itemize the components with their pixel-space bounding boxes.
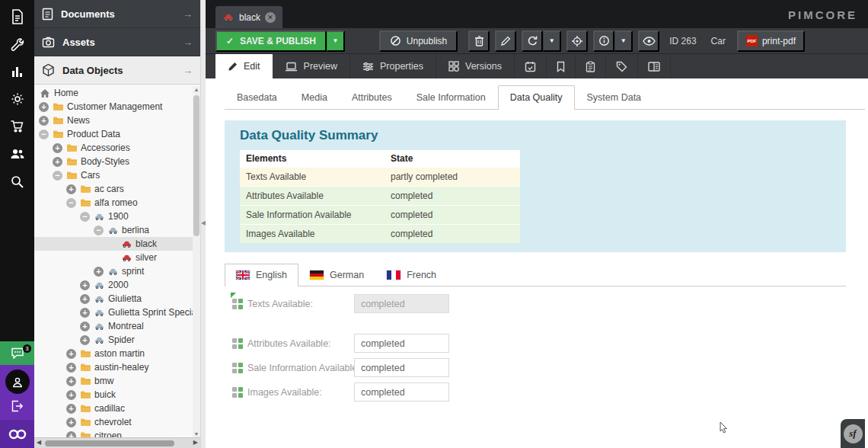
scroll-up-icon[interactable]: ▲ [193, 87, 200, 92]
tab-properties[interactable]: Properties [350, 54, 436, 78]
expand-icon[interactable]: + [53, 143, 62, 153]
scrollbar-thumb[interactable] [193, 95, 199, 236]
tab-bookmark[interactable] [547, 54, 576, 78]
expand-icon[interactable]: + [66, 390, 76, 400]
tree-item[interactable]: +citroen [34, 429, 200, 437]
tree-item[interactable]: −alfa romeo [34, 196, 200, 210]
tab-basedata[interactable]: Basedata [225, 85, 289, 109]
locate-in-tree-button[interactable] [566, 30, 588, 52]
collapse-icon[interactable]: − [66, 198, 76, 208]
tab-scheduler[interactable] [515, 54, 547, 78]
wrench-icon[interactable] [0, 30, 34, 58]
expand-icon[interactable]: + [53, 157, 62, 167]
language-tab-french[interactable]: French [375, 264, 448, 286]
tree-item[interactable]: +ac cars [34, 182, 200, 196]
scroll-right-icon[interactable]: ▶ [193, 439, 198, 446]
tab-edit[interactable]: Edit [215, 54, 273, 78]
tree-item[interactable]: −Product Data [34, 127, 200, 141]
tab-data-quality[interactable]: Data Quality [498, 85, 575, 110]
tree-item[interactable]: black [34, 237, 200, 251]
tree-item[interactable]: +News [34, 114, 200, 127]
tree-item[interactable]: +Accessories [34, 141, 200, 155]
tree-item[interactable]: +austin-healey [34, 360, 200, 374]
save-options-dropdown[interactable]: ▼ [327, 30, 345, 52]
expand-icon[interactable]: + [39, 102, 49, 112]
reload-button[interactable] [522, 30, 543, 52]
field-value-input[interactable] [354, 334, 449, 353]
logout-icon[interactable] [11, 400, 24, 415]
tree-item[interactable]: +Spider [34, 333, 200, 347]
collapse-icon[interactable]: − [94, 226, 104, 235]
scrollbar-thumb[interactable] [45, 440, 174, 446]
expand-icon[interactable]: + [66, 431, 76, 438]
expand-icon[interactable]: + [66, 349, 76, 359]
accordion-assets[interactable]: Assets → [34, 28, 200, 56]
print-pdf-button[interactable]: PDF print-pdf [737, 30, 805, 52]
tree-item[interactable]: −1900 [34, 210, 200, 223]
tree-item[interactable]: −berlina [34, 223, 200, 237]
expand-icon[interactable]: + [66, 404, 76, 414]
tree-item[interactable]: Home [34, 86, 200, 100]
panel-splitter[interactable]: ◀ [200, 0, 206, 448]
expand-icon[interactable]: + [80, 322, 90, 331]
tree-item[interactable]: +Gulietta Sprint Specia [34, 306, 200, 319]
expand-icon[interactable]: + [66, 363, 76, 373]
tree-item[interactable]: +Body-Styles [34, 155, 200, 168]
tree-item[interactable]: +bmw [34, 374, 200, 388]
search-icon[interactable] [0, 168, 34, 195]
tab-notes-events[interactable] [576, 54, 606, 78]
expand-icon[interactable]: + [80, 308, 90, 318]
gear-icon[interactable] [0, 85, 34, 113]
accordion-data-objects[interactable]: Data Objects → [34, 56, 200, 85]
user-avatar[interactable] [5, 370, 30, 394]
scroll-left-icon[interactable]: ◀ [37, 439, 41, 446]
rename-button[interactable] [495, 30, 516, 52]
scroll-down-icon[interactable]: ▼ [193, 431, 200, 437]
tree-item[interactable]: +Customer Management [34, 100, 200, 114]
tree-vertical-scrollbar[interactable]: ▲ ▼ [193, 86, 200, 437]
field-value-input[interactable] [354, 382, 449, 402]
tab-versions[interactable]: Versions [436, 54, 515, 78]
tree-item[interactable]: +buick [34, 388, 200, 402]
tree-item[interactable]: +Montreal [34, 319, 200, 333]
tab-app-logger[interactable] [638, 54, 671, 78]
expand-icon[interactable]: + [80, 294, 90, 304]
unpublish-button[interactable]: Unpublish [379, 30, 458, 52]
language-tab-german[interactable]: German [298, 264, 375, 286]
tab-preview[interactable]: Preview [273, 54, 350, 78]
expand-icon[interactable]: + [66, 184, 76, 194]
expand-icon[interactable]: + [94, 267, 104, 277]
tab-media[interactable]: Media [289, 85, 340, 109]
tree-item[interactable]: silver [34, 251, 200, 264]
collapse-icon[interactable]: − [39, 130, 49, 139]
symfony-debug-badge[interactable]: sf [841, 419, 865, 448]
expand-icon[interactable]: + [66, 418, 76, 427]
tab-sale-information[interactable]: Sale Information [404, 85, 498, 109]
notifications-chat-icon[interactable]: 3 [0, 341, 34, 365]
collapse-icon[interactable]: − [80, 212, 90, 222]
tab-tags[interactable] [606, 54, 638, 78]
expand-icon[interactable]: + [39, 116, 49, 126]
tree-item[interactable]: +Giulietta [34, 292, 200, 306]
tree-item[interactable]: +aston martin [34, 347, 200, 360]
field-value-input[interactable] [354, 294, 449, 313]
close-tab-icon[interactable]: ✕ [265, 12, 276, 23]
tree-item[interactable]: +cadillac [34, 402, 200, 415]
tree-item[interactable]: +2000 [34, 278, 200, 292]
info-button[interactable] [593, 30, 614, 52]
open-preview-button[interactable] [638, 30, 659, 52]
tree-item[interactable]: +sprint [34, 264, 200, 278]
pimcore-logo-icon[interactable] [0, 420, 34, 448]
tree-item[interactable]: +chevrolet [34, 415, 200, 429]
documents-rail-icon[interactable] [0, 3, 34, 30]
expand-icon[interactable]: + [66, 376, 76, 386]
collapse-icon[interactable]: − [53, 171, 62, 181]
tree-horizontal-scrollbar[interactable]: ◀ ▶ [34, 437, 200, 448]
open-object-tab[interactable]: black ✕ [215, 6, 282, 28]
expand-icon[interactable]: + [80, 335, 90, 345]
delete-button[interactable] [468, 30, 490, 52]
users-icon[interactable] [0, 140, 34, 168]
info-options-dropdown[interactable]: ▼ [614, 30, 633, 52]
field-value-input[interactable] [354, 358, 449, 377]
tree-item[interactable]: −Cars [34, 168, 200, 182]
